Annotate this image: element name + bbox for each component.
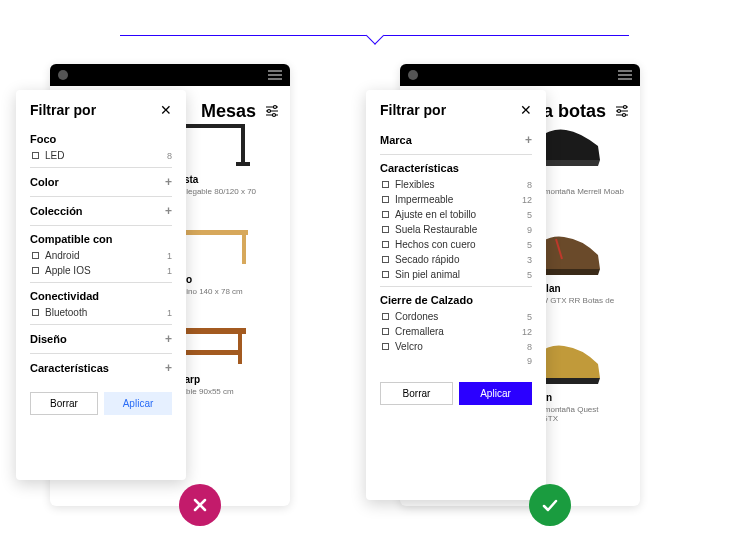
checkbox-icon[interactable] bbox=[382, 271, 389, 278]
filter-option[interactable]: Cordones5 bbox=[380, 309, 532, 324]
filter-section-color[interactable]: Color + bbox=[30, 172, 172, 192]
filter-section-label: Características bbox=[30, 362, 109, 374]
filter-option[interactable]: Apple IOS 1 bbox=[30, 263, 172, 278]
verdict-bad-icon bbox=[179, 484, 221, 526]
filter-option[interactable]: Android 1 bbox=[30, 248, 172, 263]
checkbox-icon[interactable] bbox=[382, 226, 389, 233]
menu-icon[interactable] bbox=[618, 70, 632, 80]
checkbox-icon[interactable] bbox=[382, 196, 389, 203]
svg-point-4 bbox=[268, 110, 271, 113]
filter-section-label: Colección bbox=[30, 205, 83, 217]
filter-option-label: Impermeable bbox=[395, 194, 522, 205]
close-icon[interactable]: ✕ bbox=[520, 102, 532, 118]
plus-icon[interactable]: + bbox=[165, 332, 172, 346]
filter-option[interactable]: Hechos con cuero5 bbox=[380, 237, 532, 252]
filter-option-label: Cremallera bbox=[395, 326, 522, 337]
filter-option[interactable]: Bluetooth 1 bbox=[30, 305, 172, 320]
camera-dot-icon bbox=[408, 70, 418, 80]
filter-section-marca[interactable]: Marca + bbox=[380, 130, 532, 150]
filter-title: Filtrar por bbox=[30, 102, 96, 118]
filter-section-label: Compatible con bbox=[30, 233, 113, 245]
filter-option-label: LED bbox=[45, 150, 167, 161]
menu-icon[interactable] bbox=[268, 70, 282, 80]
filter-option-count: 12 bbox=[522, 327, 532, 337]
filter-title: Filtrar por bbox=[380, 102, 446, 118]
filter-option-label: Bluetooth bbox=[45, 307, 167, 318]
filter-section-label: Características bbox=[380, 162, 459, 174]
filter-section-compatible[interactable]: Compatible con bbox=[30, 230, 172, 248]
filter-option-label: Apple IOS bbox=[45, 265, 167, 276]
filter-section-cierre[interactable]: Cierre de Calzado bbox=[380, 291, 532, 309]
apply-button[interactable]: Aplicar bbox=[459, 382, 532, 405]
clear-button[interactable]: Borrar bbox=[380, 382, 453, 405]
filter-option-count: 1 bbox=[167, 251, 172, 261]
filter-section-diseno[interactable]: Diseño + bbox=[30, 329, 172, 349]
filter-option[interactable]: Secado rápido3 bbox=[380, 252, 532, 267]
filter-option-count: 5 bbox=[527, 210, 532, 220]
plus-icon[interactable]: + bbox=[165, 175, 172, 189]
plus-icon[interactable]: + bbox=[525, 133, 532, 147]
filter-section-coleccion[interactable]: Colección + bbox=[30, 201, 172, 221]
checkbox-icon[interactable] bbox=[382, 181, 389, 188]
filter-option-label: Hechos con cuero bbox=[395, 239, 527, 250]
checkbox-icon[interactable] bbox=[382, 328, 389, 335]
filter-option-count: 1 bbox=[167, 266, 172, 276]
svg-rect-10 bbox=[236, 162, 250, 166]
checkbox-icon[interactable] bbox=[382, 241, 389, 248]
filter-option[interactable]: Impermeable12 bbox=[380, 192, 532, 207]
svg-point-23 bbox=[624, 106, 627, 109]
checkbox-icon[interactable] bbox=[32, 267, 39, 274]
checkbox-icon[interactable] bbox=[32, 309, 39, 316]
verdict-good-icon bbox=[529, 484, 571, 526]
camera-dot-icon bbox=[58, 70, 68, 80]
filter-extra-count: 9 bbox=[380, 354, 532, 368]
svg-rect-17 bbox=[238, 328, 242, 364]
filter-section-label: Conectividad bbox=[30, 290, 99, 302]
filter-option[interactable]: Cremallera12 bbox=[380, 324, 532, 339]
close-icon[interactable]: ✕ bbox=[160, 102, 172, 118]
device-status-bar bbox=[400, 64, 640, 86]
checkbox-icon[interactable] bbox=[382, 343, 389, 350]
filter-section-label: Marca bbox=[380, 134, 412, 146]
clear-button[interactable]: Borrar bbox=[30, 392, 98, 415]
example-good: ara botas Merrell Botas de montaña Merre… bbox=[400, 64, 700, 506]
apply-button[interactable]: Aplicar bbox=[104, 392, 172, 415]
filter-option-label: Cordones bbox=[395, 311, 527, 322]
checkbox-icon[interactable] bbox=[382, 313, 389, 320]
checkbox-icon[interactable] bbox=[382, 256, 389, 263]
plus-icon[interactable]: + bbox=[165, 204, 172, 218]
filter-section-label: Color bbox=[30, 176, 59, 188]
device-status-bar bbox=[50, 64, 290, 86]
filter-option-label: Suela Restaurable bbox=[395, 224, 527, 235]
svg-rect-8 bbox=[241, 124, 245, 164]
filter-option-count: 5 bbox=[527, 270, 532, 280]
filter-option[interactable]: Velcro8 bbox=[380, 339, 532, 354]
filter-section-label: Cierre de Calzado bbox=[380, 294, 473, 306]
filter-option-count: 5 bbox=[527, 240, 532, 250]
filter-option[interactable]: LED 8 bbox=[30, 148, 172, 163]
filter-option-count: 9 bbox=[527, 356, 532, 366]
filter-option[interactable]: Ajuste en el tobillo5 bbox=[380, 207, 532, 222]
filter-option-count: 9 bbox=[527, 225, 532, 235]
filter-panel: Filtrar por ✕ Marca + Características Fl… bbox=[366, 90, 546, 500]
filter-section-caracteristicas[interactable]: Características + bbox=[30, 358, 172, 378]
filter-option[interactable]: Flexibles8 bbox=[380, 177, 532, 192]
filter-option-count: 1 bbox=[167, 308, 172, 318]
filter-option[interactable]: Suela Restaurable9 bbox=[380, 222, 532, 237]
filter-section-caracteristicas[interactable]: Características bbox=[380, 159, 532, 177]
filter-section-foco[interactable]: Foco bbox=[30, 130, 172, 148]
filter-option-label: Velcro bbox=[395, 341, 527, 352]
filter-option-count: 8 bbox=[167, 151, 172, 161]
filter-option[interactable]: Sin piel animal5 bbox=[380, 267, 532, 282]
svg-point-24 bbox=[618, 110, 621, 113]
filter-section-conectividad[interactable]: Conectividad bbox=[30, 287, 172, 305]
checkbox-icon[interactable] bbox=[32, 252, 39, 259]
plus-icon[interactable]: + bbox=[165, 361, 172, 375]
filter-option-count: 8 bbox=[527, 180, 532, 190]
checkbox-icon[interactable] bbox=[32, 152, 39, 159]
filter-option-count: 8 bbox=[527, 342, 532, 352]
svg-point-3 bbox=[274, 106, 277, 109]
filter-section-label: Diseño bbox=[30, 333, 67, 345]
checkbox-icon[interactable] bbox=[382, 211, 389, 218]
filter-option-label: Sin piel animal bbox=[395, 269, 527, 280]
